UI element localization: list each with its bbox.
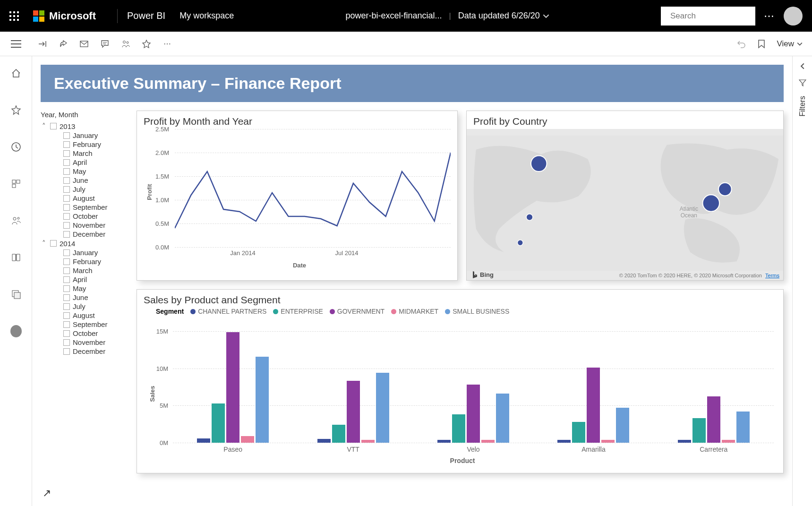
bing-logo: Bing	[471, 271, 494, 278]
map-visual	[467, 129, 783, 277]
email-icon[interactable]	[79, 39, 89, 49]
slicer-month-row[interactable]: February	[41, 257, 128, 266]
undo-icon[interactable]	[737, 39, 746, 49]
chevron-down-icon	[797, 41, 803, 47]
report-canvas: Executive Summary – Finance Report Year,…	[32, 56, 792, 506]
document-title[interactable]: power-bi-excel-financial...	[345, 11, 442, 21]
slicer-year-row[interactable]: ˄2014	[41, 239, 128, 248]
view-dropdown[interactable]: View	[777, 39, 803, 49]
svg-rect-17	[14, 292, 20, 299]
map-terms-link[interactable]: Terms	[765, 273, 779, 278]
svg-rect-13	[12, 184, 16, 188]
action-toolbar: ⋯ View	[0, 32, 812, 56]
svg-rect-12	[17, 180, 20, 183]
microsoft-logo: Microsoft	[33, 10, 96, 22]
slicer-month-row[interactable]: June	[41, 293, 128, 302]
svg-point-21	[517, 240, 523, 246]
map-ocean-label: AtlanticOcean	[680, 206, 698, 219]
chart-legend: SegmentCHANNEL PARTNERSENTERPRISEGOVERNM…	[137, 308, 783, 318]
nav-toggle-button[interactable]	[0, 32, 32, 56]
brand-label: Microsoft	[49, 10, 96, 22]
slicer-month-row[interactable]: November	[41, 221, 128, 230]
more-icon[interactable]: ⋯	[162, 39, 172, 49]
file-export-icon[interactable]	[38, 39, 47, 49]
svg-point-20	[526, 214, 533, 221]
slicer-title: Year, Month	[41, 111, 128, 119]
slicer-month-row[interactable]: October	[41, 212, 128, 221]
svg-point-14	[13, 217, 16, 220]
slicer-month-row[interactable]: February	[41, 140, 128, 149]
chart-title: Profit by Country	[467, 111, 783, 129]
nav-rail	[0, 56, 32, 506]
slicer-month-row[interactable]: August	[41, 311, 128, 320]
chart-title: Sales by Product and Segment	[137, 290, 783, 308]
svg-rect-11	[12, 180, 16, 183]
svg-point-15	[17, 217, 19, 219]
more-options-icon[interactable]: ⋯	[764, 10, 775, 22]
map-attribution: © 2020 TomTom © 2020 HERE, © 2020 Micros…	[619, 273, 779, 278]
product-label: Power BI	[127, 10, 165, 21]
slicer-month-row[interactable]: October	[41, 329, 128, 338]
avatar[interactable]	[784, 7, 803, 26]
slicer-year-row[interactable]: ˄2013	[41, 121, 128, 131]
comment-icon[interactable]	[100, 39, 110, 49]
slicer-month-row[interactable]: July	[41, 302, 128, 311]
teams-icon[interactable]	[121, 39, 130, 49]
x-axis-label: Date	[293, 262, 306, 269]
slicer-month-row[interactable]: December	[41, 230, 128, 239]
shared-icon[interactable]	[10, 215, 22, 226]
report-title-bar: Executive Summary – Finance Report	[41, 65, 784, 102]
slicer-month-row[interactable]: August	[41, 194, 128, 203]
slicer-month-row[interactable]: July	[41, 185, 128, 194]
svg-point-8	[123, 41, 126, 43]
profit-by-country-map[interactable]: Profit by Country	[466, 111, 784, 281]
data-updated-dropdown[interactable]: Data updated 6/26/20	[458, 11, 549, 21]
filter-icon	[799, 79, 806, 86]
sales-by-product-chart[interactable]: Sales by Product and Segment SegmentCHAN…	[137, 289, 784, 473]
apps-icon[interactable]	[10, 178, 22, 189]
expand-icon[interactable]: ↗	[43, 487, 51, 499]
filters-pane-collapsed[interactable]: Filters	[792, 56, 812, 506]
learn-icon[interactable]	[10, 252, 22, 263]
slicer-month-row[interactable]: December	[41, 347, 128, 356]
search-box[interactable]	[661, 7, 755, 26]
svg-point-22	[718, 183, 732, 196]
slicer-month-row[interactable]: March	[41, 149, 128, 158]
home-icon[interactable]	[10, 68, 22, 79]
favorite-icon[interactable]	[142, 39, 151, 49]
profit-by-month-chart[interactable]: Profit by Month and Year Profit 0.0M0.5M…	[137, 111, 458, 281]
current-workspace-dot[interactable]	[10, 326, 22, 337]
chevron-left-icon	[799, 63, 806, 69]
report-title: Executive Summary – Finance Report	[54, 74, 770, 93]
bookmark-icon[interactable]	[757, 39, 766, 49]
slicer-month-row[interactable]: April	[41, 275, 128, 284]
app-launcher-icon[interactable]	[9, 11, 19, 21]
svg-point-19	[531, 156, 547, 172]
recent-icon[interactable]	[10, 141, 22, 153]
chart-title: Profit by Month and Year	[137, 111, 457, 129]
slicer-month-row[interactable]: March	[41, 266, 128, 275]
share-icon[interactable]	[59, 39, 68, 49]
filters-label: Filters	[798, 96, 807, 117]
global-header: Microsoft Power BI My workspace power-bi…	[0, 0, 812, 32]
workspaces-icon[interactable]	[10, 289, 22, 300]
slicer-month-row[interactable]: May	[41, 284, 128, 293]
slicer-month-row[interactable]: January	[41, 248, 128, 257]
chevron-down-icon	[543, 13, 549, 19]
slicer-month-row[interactable]: June	[41, 176, 128, 185]
svg-point-9	[127, 42, 128, 43]
favorites-icon[interactable]	[10, 104, 22, 116]
x-axis-label: Product	[450, 457, 475, 464]
search-input[interactable]	[670, 11, 770, 21]
date-slicer[interactable]: Year, Month ˄2013JanuaryFebruaryMarchApr…	[41, 111, 128, 473]
slicer-month-row[interactable]: September	[41, 320, 128, 329]
svg-rect-5	[80, 41, 88, 47]
svg-point-23	[703, 195, 719, 211]
slicer-month-row[interactable]: January	[41, 131, 128, 140]
slicer-month-row[interactable]: May	[41, 167, 128, 176]
slicer-month-row[interactable]: November	[41, 338, 128, 347]
workspace-link[interactable]: My workspace	[179, 11, 234, 21]
slicer-month-row[interactable]: April	[41, 158, 128, 167]
slicer-month-row[interactable]: September	[41, 203, 128, 212]
